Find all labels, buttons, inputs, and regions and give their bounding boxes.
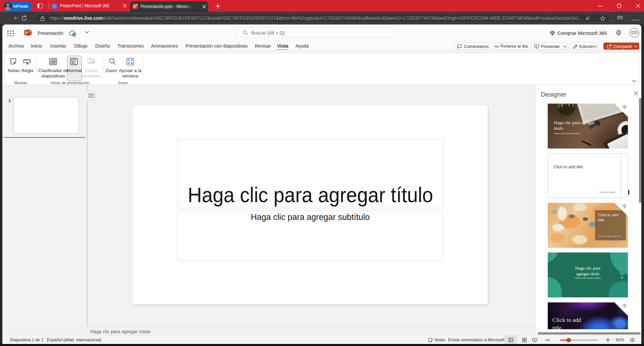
svg-text:P: P (25, 31, 28, 35)
svg-text:P: P (133, 5, 136, 9)
